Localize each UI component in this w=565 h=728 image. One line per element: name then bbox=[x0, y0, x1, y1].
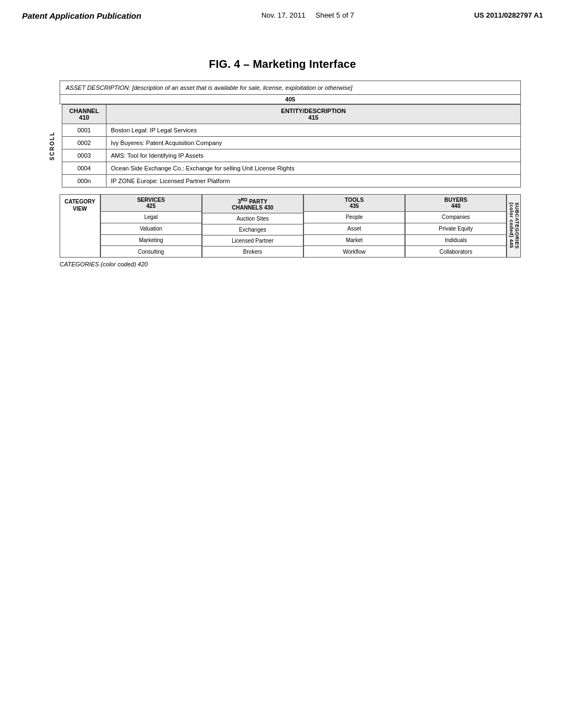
channel-cell: 0003 bbox=[62, 149, 106, 162]
main-table-wrapper: SCROLL CHANNEL410 ENTITY/DESCRIPTION415 … bbox=[44, 104, 521, 188]
category-view: CATEGORY VIEW bbox=[60, 194, 100, 258]
entity-cell: Boston Legal: IP Legal Services bbox=[106, 124, 521, 137]
patent-number: US 2011/0282797 A1 bbox=[474, 11, 543, 20]
entity-cell: IP ZONE Europe: Licensed Partner Platfor… bbox=[106, 175, 521, 188]
page-header: Patent Application Publication Nov. 17, … bbox=[0, 0, 565, 25]
asset-description-container: ASSET DESCRIPTION: [description of an as… bbox=[60, 81, 521, 104]
third-party-header: 3RD PARTYCHANNELS 430 bbox=[202, 195, 303, 213]
list-item: Consulting bbox=[100, 246, 201, 258]
list-item: Asset bbox=[303, 223, 404, 234]
list-item: Collaborators bbox=[406, 246, 507, 258]
buyers-header: BUYERS440 bbox=[406, 195, 507, 212]
list-item: Legal bbox=[100, 212, 201, 223]
asset-description-text: ASSET DESCRIPTION: [description of an as… bbox=[60, 81, 521, 95]
list-item: Market bbox=[303, 234, 404, 246]
services-table: SERVICES425 LegalValuationMarketingConsu… bbox=[100, 194, 202, 258]
channel-cell: 0001 bbox=[62, 124, 106, 137]
channel-cell: 0002 bbox=[62, 137, 106, 149]
tools-header: TOOLS435 bbox=[303, 195, 404, 212]
entity-cell: Ocean Side Exchange Co.: Exchange for se… bbox=[106, 162, 521, 175]
entity-cell: AMS: Tool for Identifying IP Assets bbox=[106, 149, 521, 162]
list-item: Indiduals bbox=[406, 234, 507, 246]
tools-item: Asset bbox=[303, 223, 404, 234]
buyers-item: Companies bbox=[406, 212, 507, 223]
channel-header: CHANNEL410 bbox=[62, 105, 106, 124]
channel-cell: 000n bbox=[62, 175, 106, 188]
third-party-item: Licensed Partner bbox=[202, 235, 303, 247]
table-container: CHANNEL410 ENTITY/DESCRIPTION415 0001 Bo… bbox=[62, 104, 521, 188]
table-row: 0001 Boston Legal: IP Legal Services bbox=[62, 124, 521, 137]
list-item: Marketing bbox=[100, 234, 201, 246]
tools-item: People bbox=[303, 212, 404, 223]
table-row: 0004 Ocean Side Exchange Co.: Exchange f… bbox=[62, 162, 521, 175]
main-content: FIG. 4 – Marketing Interface ASSET DESCR… bbox=[0, 25, 565, 290]
asset-description-number: 405 bbox=[60, 95, 521, 104]
bottom-section: CATEGORY VIEW SERVICES425 LegalValuation… bbox=[60, 194, 521, 258]
list-item: Auction Sites bbox=[202, 213, 303, 224]
publication-title: Patent Application Publication bbox=[22, 11, 141, 20]
date-sheet: Nov. 17, 2011 Sheet 5 of 7 bbox=[262, 11, 354, 20]
third-party-item: Exchanges bbox=[202, 224, 303, 235]
channel-cell: 0004 bbox=[62, 162, 106, 175]
scroll-label: SCROLL bbox=[49, 131, 55, 160]
service-item: Legal bbox=[100, 212, 201, 223]
buyers-item: Collaborators bbox=[406, 246, 507, 258]
list-item: Companies bbox=[406, 212, 507, 223]
channel-entity-table: CHANNEL410 ENTITY/DESCRIPTION415 0001 Bo… bbox=[62, 104, 521, 188]
buyers-item: Indiduals bbox=[406, 234, 507, 246]
table-row: 0003 AMS: Tool for Identifying IP Assets bbox=[62, 149, 521, 162]
sub-tables: SERVICES425 LegalValuationMarketingConsu… bbox=[100, 194, 507, 258]
entity-header: ENTITY/DESCRIPTION415 bbox=[106, 105, 521, 124]
list-item: Private Equity bbox=[406, 223, 507, 234]
figure-title: FIG. 4 – Marketing Interface bbox=[44, 58, 521, 71]
list-item: Licensed Partner bbox=[202, 235, 303, 247]
list-item: People bbox=[303, 212, 404, 223]
third-party-item: Brokers bbox=[202, 247, 303, 258]
list-item: Workflow bbox=[303, 246, 404, 258]
list-item: Exchanges bbox=[202, 224, 303, 235]
third-party-item: Auction Sites bbox=[202, 213, 303, 224]
category-view-line1: CATEGORY bbox=[65, 198, 95, 205]
publication-date: Nov. 17, 2011 bbox=[262, 11, 306, 19]
table-row: 000n IP ZONE Europe: Licensed Partner Pl… bbox=[62, 175, 521, 188]
tools-item: Market bbox=[303, 234, 404, 246]
services-header: SERVICES425 bbox=[100, 195, 201, 212]
subcategories-label: SUBCATEGORIES(color coded) 445 bbox=[507, 194, 521, 258]
sheet-info: Sheet 5 of 7 bbox=[316, 11, 354, 19]
tools-table: TOOLS435 PeopleAssetMarketWorkflow bbox=[303, 194, 405, 258]
tools-item: Workflow bbox=[303, 246, 404, 258]
table-row: 0002 Ivy Buyeres: Patent Acquisition Com… bbox=[62, 137, 521, 149]
entity-cell: Ivy Buyeres: Patent Acquisition Company bbox=[106, 137, 521, 149]
service-item: Consulting bbox=[100, 246, 201, 258]
service-item: Marketing bbox=[100, 234, 201, 246]
scroll-label-container: SCROLL bbox=[44, 104, 60, 188]
buyers-item: Private Equity bbox=[406, 223, 507, 234]
list-item: Valuation bbox=[100, 223, 201, 234]
third-party-table: 3RD PARTYCHANNELS 430 Auction SitesExcha… bbox=[202, 194, 303, 258]
buyers-table: BUYERS440 CompaniesPrivate EquityIndidua… bbox=[405, 194, 507, 258]
list-item: Brokers bbox=[202, 247, 303, 258]
category-view-line2: VIEW bbox=[73, 205, 87, 212]
service-item: Valuation bbox=[100, 223, 201, 234]
categories-label: CATEGORIES (color coded) 420 bbox=[60, 261, 521, 267]
